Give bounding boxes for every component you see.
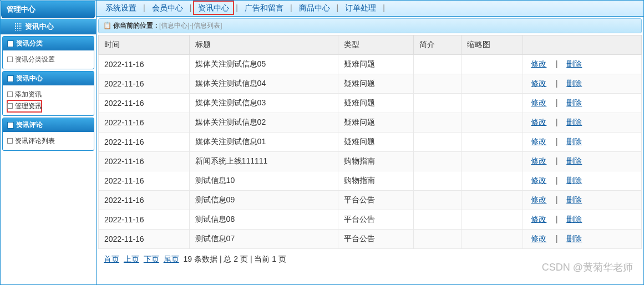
table-row: 2022-11-16测试信息08平台公告修改|删除 — [99, 210, 642, 230]
cell-title: 媒体关注测试信息05 — [189, 55, 338, 74]
cell-title: 测试信息10 — [189, 171, 338, 191]
cell-intro — [413, 171, 462, 191]
col-header: 简介 — [413, 35, 462, 55]
delete-link[interactable]: 删除 — [566, 98, 582, 107]
breadcrumb: 📋 你当前的位置 : [信息中心]-[信息列表] — [98, 18, 642, 33]
sidebar-link[interactable]: 添加资讯 — [7, 89, 89, 100]
edit-link[interactable]: 修改 — [531, 234, 546, 243]
cell-time: 2022-11-16 — [99, 210, 190, 230]
col-header: 类型 — [338, 35, 413, 55]
table-row: 2022-11-16媒体关注测试信息04疑难问题修改|删除 — [99, 74, 642, 94]
cell-thumb — [462, 230, 523, 249]
edit-link[interactable]: 修改 — [531, 118, 546, 126]
cell-intro — [413, 210, 462, 230]
edit-link[interactable]: 修改 — [531, 156, 546, 165]
table-row: 2022-11-16测试信息10购物指南修改|删除 — [99, 171, 642, 191]
edit-link[interactable]: 修改 — [531, 98, 546, 107]
table-row: 2022-11-16新闻系统上线111111购物指南修改|删除 — [99, 152, 642, 171]
cell-title: 媒体关注测试信息03 — [189, 94, 338, 113]
cell-type: 疑难问题 — [338, 94, 413, 113]
top-nav: 系统设置|会员中心|资讯中心|广告和留言|商品中心|订单处理| — [97, 1, 643, 17]
edit-link[interactable]: 修改 — [531, 195, 546, 204]
delete-link[interactable]: 删除 — [566, 59, 582, 68]
main-area: 系统设置|会员中心|资讯中心|广告和留言|商品中心|订单处理| 📋 你当前的位置… — [97, 1, 643, 284]
page-next[interactable]: 下页 — [144, 255, 159, 263]
cell-thumb — [462, 133, 523, 152]
cell-thumb — [462, 210, 523, 230]
topnav-item-0[interactable]: 系统设置 — [102, 2, 140, 13]
cell-actions: 修改|删除 — [523, 94, 642, 113]
grid-icon — [14, 23, 22, 30]
cell-title: 媒体关注测试信息01 — [189, 133, 338, 152]
cell-time: 2022-11-16 — [99, 171, 190, 191]
col-header: 时间 — [99, 35, 190, 55]
delete-link[interactable]: 删除 — [566, 234, 582, 243]
sidebar-link[interactable]: 资讯评论列表 — [7, 135, 89, 147]
edit-link[interactable]: 修改 — [531, 176, 546, 185]
topnav-item-4[interactable]: 商品中心 — [296, 2, 333, 13]
delete-link[interactable]: 删除 — [566, 118, 582, 126]
cell-thumb — [462, 113, 523, 133]
cell-time: 2022-11-16 — [99, 191, 190, 210]
delete-link[interactable]: 删除 — [566, 215, 582, 223]
sidebar-link[interactable]: 管理资讯 — [7, 100, 42, 112]
delete-link[interactable]: 删除 — [566, 176, 582, 185]
sidebar-link[interactable]: 资讯分类设置 — [7, 54, 89, 65]
cell-thumb — [462, 171, 523, 191]
cell-time: 2022-11-16 — [99, 152, 190, 171]
cell-actions: 修改|删除 — [523, 230, 642, 249]
content: 时间标题类型简介缩略图 2022-11-16媒体关注测试信息05疑难问题修改|删… — [98, 35, 642, 284]
cell-time: 2022-11-16 — [99, 74, 190, 94]
sidebar-section-title: 资讯中心 — [1, 19, 96, 34]
cell-actions: 修改|删除 — [523, 152, 642, 171]
edit-link[interactable]: 修改 — [531, 215, 546, 223]
page-prev[interactable]: 上页 — [124, 255, 139, 263]
topnav-item-1[interactable]: 会员中心 — [149, 2, 186, 13]
edit-link[interactable]: 修改 — [531, 59, 546, 68]
page-first[interactable]: 首页 — [104, 255, 119, 263]
table-row: 2022-11-16测试信息07平台公告修改|删除 — [99, 230, 642, 249]
cell-type: 疑难问题 — [338, 55, 413, 74]
cell-time: 2022-11-16 — [99, 55, 190, 74]
cell-intro — [413, 152, 462, 171]
cell-time: 2022-11-16 — [99, 113, 190, 133]
topnav-item-3[interactable]: 广告和留言 — [241, 2, 287, 13]
table-row: 2022-11-16媒体关注测试信息05疑难问题修改|删除 — [99, 55, 642, 74]
topnav-item-2[interactable]: 资讯中心 — [195, 2, 232, 13]
table-row: 2022-11-16媒体关注测试信息02疑难问题修改|删除 — [99, 113, 642, 133]
edit-link[interactable]: 修改 — [531, 79, 546, 88]
cell-title: 媒体关注测试信息02 — [189, 113, 338, 133]
table-row: 2022-11-16媒体关注测试信息03疑难问题修改|删除 — [99, 94, 642, 113]
cell-intro — [413, 113, 462, 133]
cell-title: 测试信息09 — [189, 191, 338, 210]
cell-actions: 修改|删除 — [523, 113, 642, 133]
delete-link[interactable]: 删除 — [566, 195, 582, 204]
cell-time: 2022-11-16 — [99, 94, 190, 113]
breadcrumb-path: [信息中心]-[信息列表] — [159, 22, 222, 29]
col-header: 缩略图 — [462, 35, 523, 55]
cell-thumb — [462, 191, 523, 210]
cell-intro — [413, 191, 462, 210]
cell-intro — [413, 230, 462, 249]
cell-actions: 修改|删除 — [523, 74, 642, 94]
pagination: 首页 上页 下页 尾页 19 条数据 | 总 2 页 | 当前 1 页 — [98, 249, 642, 270]
delete-link[interactable]: 删除 — [566, 156, 582, 165]
topnav-item-5[interactable]: 订单处理 — [342, 2, 379, 13]
page-last[interactable]: 尾页 — [164, 255, 179, 263]
cell-type: 平台公告 — [338, 210, 413, 230]
cell-actions: 修改|删除 — [523, 171, 642, 191]
cell-intro — [413, 74, 462, 94]
cell-time: 2022-11-16 — [99, 230, 190, 249]
cell-title: 媒体关注测试信息04 — [189, 74, 338, 94]
delete-link[interactable]: 删除 — [566, 137, 582, 146]
panel-header: 资讯评论 — [3, 118, 94, 132]
page-summary: 19 条数据 | 总 2 页 | 当前 1 页 — [184, 255, 286, 263]
cell-thumb — [462, 55, 523, 74]
edit-link[interactable]: 修改 — [531, 137, 546, 146]
table-row: 2022-11-16媒体关注测试信息01疑难问题修改|删除 — [99, 133, 642, 152]
cell-type: 购物指南 — [338, 152, 413, 171]
cell-type: 疑难问题 — [338, 133, 413, 152]
delete-link[interactable]: 删除 — [566, 79, 582, 88]
panel-header: 资讯中心 — [3, 72, 94, 85]
cell-thumb — [462, 94, 523, 113]
